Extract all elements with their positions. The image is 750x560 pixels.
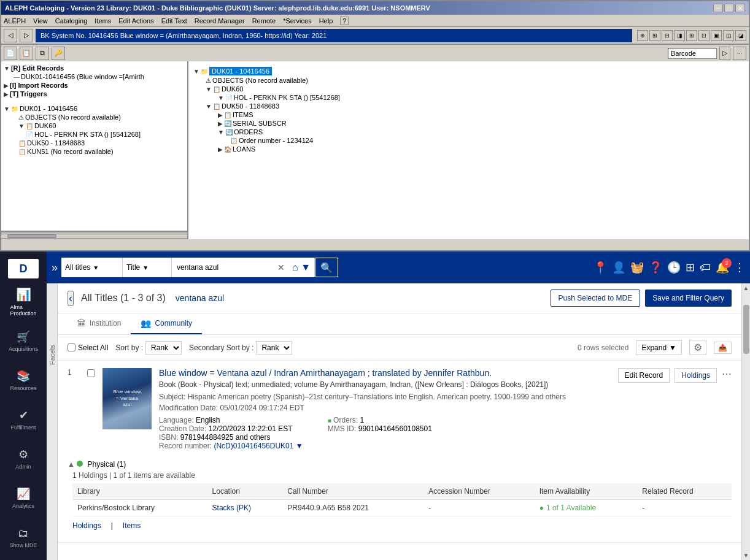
rtree-order-label[interactable]: Order number - 1234124 [239, 137, 313, 144]
rtree-expand-items[interactable]: ▶ [218, 112, 223, 118]
tb-icon-2[interactable]: ⊞ [649, 30, 660, 41]
rtree-items-label[interactable]: ITEMS [233, 111, 253, 118]
search-field-dropdown[interactable]: Title ▼ [123, 258, 172, 277]
edit-record-btn-1[interactable]: Edit Record [618, 368, 670, 383]
tb-btn-1[interactable]: ◁ [4, 29, 17, 42]
menu-remote[interactable]: Remote [252, 17, 276, 25]
search-expand-btn[interactable]: » [52, 261, 58, 274]
search-go-btn[interactable]: 🔍 [315, 258, 338, 277]
record-expand-icon[interactable]: ▼ [296, 442, 303, 450]
sidebar-item-analytics[interactable]: 📈 Analytics [2, 480, 45, 516]
location-icon-btn[interactable]: 📍 [593, 261, 607, 274]
search-home-btn[interactable]: ⌂ ▼ [288, 258, 315, 277]
select-all-label[interactable]: Select All [68, 343, 108, 352]
search-scope-dropdown[interactable]: All titles ▼ [61, 258, 123, 277]
tb-icon-4[interactable]: ◨ [674, 30, 685, 41]
basket-icon-btn[interactable]: 🧺 [630, 261, 644, 274]
secondary-sort-select[interactable]: Rank Title Date [256, 341, 292, 355]
more-btn-1[interactable]: ⋯ [722, 368, 732, 380]
expand-edit-records[interactable]: ▼ [4, 65, 10, 72]
search-input[interactable] [172, 258, 274, 277]
menu-edit-text[interactable]: Edit Text [161, 17, 187, 25]
duk50-bottom-label[interactable]: DUK50 - 11848683 [27, 139, 85, 147]
menu-cataloging[interactable]: Cataloging [55, 17, 88, 25]
sidebar-item-acquisitions[interactable]: 🛒 Acquisitions [2, 323, 45, 359]
close-btn[interactable]: ✕ [735, 4, 745, 12]
rtree-loans-label[interactable]: LOANS [233, 145, 255, 153]
duplicate-btn[interactable]: ⧉ [36, 47, 49, 60]
result-title-1[interactable]: Blue window = Ventana azul / Indran Amir… [159, 368, 611, 378]
help-icon-btn[interactable]: ❓ [649, 261, 662, 274]
expand-duk01[interactable]: ▼ [4, 105, 10, 112]
sidebar-item-fulfillment[interactable]: ✔ Fulfillment [2, 401, 45, 438]
notification-icon-btn[interactable]: 🔔 2 [716, 261, 729, 274]
rtree-hol-label[interactable]: HOL - PERKN PK STA () [5541268] [234, 94, 340, 101]
export-btn[interactable]: 📤 [714, 342, 732, 354]
holdings-link-1[interactable]: Holdings [72, 521, 101, 530]
tb-icon-1[interactable]: ⊕ [637, 30, 648, 41]
restore-btn[interactable]: □ [724, 4, 734, 12]
tb-icon-5[interactable]: ⊞ [686, 30, 697, 41]
search-clear-btn[interactable]: ✕ [274, 258, 288, 277]
sidebar-item-show-mde[interactable]: 🗂 Show MDE [2, 519, 45, 556]
expand-import[interactable]: ▶ [4, 82, 9, 89]
rtree-duk01-label[interactable]: DUK01 - 10416456 [209, 67, 272, 75]
tb-icon-6[interactable]: ⊡ [698, 30, 709, 41]
edit-record-value[interactable]: DUK01-10416456 (Blue window =[Amirth [21, 73, 144, 80]
menu-aleph[interactable]: ALEPH [4, 17, 26, 25]
duk01-label[interactable]: DUK01 - 10416456 [20, 105, 77, 112]
select-all-checkbox[interactable] [68, 343, 75, 351]
rtree-expand-loans[interactable]: ▶ [218, 146, 223, 153]
key-btn[interactable]: 🔑 [52, 47, 65, 60]
rtree-expand-serial[interactable]: ▶ [218, 120, 223, 127]
tab-institution[interactable]: 🏛 Institution [68, 313, 131, 334]
rtree-serial-label[interactable]: SERIAL SUBSCR [233, 120, 287, 127]
save-filter-btn[interactable]: Save and Filter Query [645, 290, 732, 307]
menu-edit-actions[interactable]: Edit Actions [118, 17, 153, 25]
tag-icon-btn[interactable]: 🏷 [700, 261, 711, 274]
tb-icon-9[interactable]: ◪ [735, 30, 746, 41]
menu-services[interactable]: *Services [283, 17, 311, 25]
scroll-up-arrow[interactable]: ▲ [742, 283, 750, 293]
new-btn[interactable]: 📄 [4, 47, 17, 60]
hol-label[interactable]: HOL - PERKN PK STA () [5541268] [34, 131, 141, 138]
sidebar-item-production[interactable]: 📊 AlmaProduction [2, 283, 45, 320]
history-icon-btn[interactable]: 🕒 [667, 261, 681, 274]
menu-question[interactable]: ? [340, 17, 349, 25]
tab-community[interactable]: 👥 Community [131, 313, 202, 334]
menu-items[interactable]: Items [95, 17, 111, 25]
facets-label[interactable]: Facets [48, 345, 56, 365]
items-link-1[interactable]: Items [123, 521, 141, 530]
record-value-1[interactable]: (NcD)010416456DUK01 [214, 442, 293, 450]
holdings-btn-1[interactable]: Holdings [675, 368, 717, 383]
barcode-go[interactable]: ▷ [719, 47, 730, 60]
menu-record-manager[interactable]: Record Manager [195, 17, 245, 25]
scrollbar-track[interactable] [743, 293, 750, 551]
rtree-duk50-label[interactable]: DUK50 - 11848683 [222, 102, 279, 110]
tb-icon-8[interactable]: ◫ [723, 30, 734, 41]
rtree-expand-duk50[interactable]: ▼ [206, 103, 212, 110]
copy-btn[interactable]: 📋 [20, 47, 33, 60]
collapse-avail-btn-1[interactable]: ▲ [68, 460, 75, 469]
right-scrollbar[interactable]: ▲ ▼ [741, 283, 750, 560]
tb-icon-3[interactable]: ⊟ [662, 30, 673, 41]
expand-duk60[interactable]: ▼ [18, 123, 25, 129]
h-scrollbar[interactable] [1, 232, 187, 239]
sidebar-item-admin[interactable]: ⚙ Admin [2, 440, 45, 477]
expand-triggers[interactable]: ▶ [4, 91, 9, 98]
rtree-expand-duk01[interactable]: ▼ [193, 68, 199, 75]
expand-btn[interactable]: Expand ▼ [636, 340, 682, 355]
menu-help[interactable]: Help [319, 17, 333, 25]
rtree-duk60-label[interactable]: DUK60 [222, 85, 243, 93]
rtree-expand-duk60[interactable]: ▼ [206, 86, 212, 93]
user-icon-btn[interactable]: 👤 [612, 261, 625, 274]
scroll-down-arrow[interactable]: ▼ [742, 551, 750, 560]
result-checkbox-1[interactable] [87, 369, 95, 377]
td-location-1[interactable]: Stacks (PK) [207, 500, 283, 516]
push-selected-btn[interactable]: Push Selected to MDE [551, 290, 641, 307]
rtree-expand-orders[interactable]: ▼ [218, 129, 224, 136]
barcode-extra[interactable]: ··· [733, 47, 746, 60]
grid-icon-btn[interactable]: ⊞ [686, 261, 695, 274]
tb-icon-7[interactable]: ▣ [711, 30, 722, 41]
more-icon-btn[interactable]: ⋮ [734, 261, 745, 274]
